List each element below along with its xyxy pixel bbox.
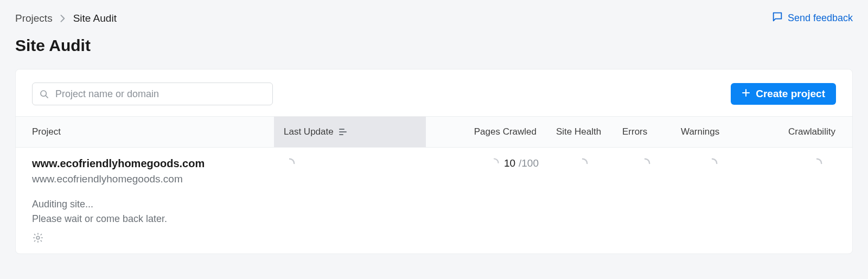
status-line-2: Please wait or come back later.: [32, 212, 258, 226]
table-header: Project Last Update Pages Crawled Site H…: [16, 116, 852, 148]
spinner-icon: [639, 157, 651, 169]
svg-point-0: [41, 91, 46, 96]
col-last-update[interactable]: Last Update: [274, 117, 426, 147]
col-warnings[interactable]: Warnings: [674, 126, 750, 137]
project-name[interactable]: www.ecofriendlyhomegoods.com: [32, 157, 258, 170]
table-row: www.ecofriendlyhomegoods.com www.ecofrie…: [16, 148, 852, 253]
col-site-health[interactable]: Site Health: [550, 126, 616, 137]
sort-icon: [339, 128, 348, 136]
plus-icon: [742, 88, 750, 100]
chat-icon: [771, 11, 783, 26]
col-last-update-label: Last Update: [284, 126, 334, 137]
col-pages-crawled[interactable]: Pages Crawled: [426, 126, 550, 137]
col-crawlability[interactable]: Crawlability: [750, 126, 852, 137]
send-feedback-link[interactable]: Send feedback: [771, 11, 853, 26]
breadcrumb-current: Site Audit: [73, 12, 117, 24]
create-project-label: Create project: [756, 88, 825, 100]
status-line-1: Auditing site...: [32, 197, 258, 212]
breadcrumb-projects[interactable]: Projects: [15, 12, 53, 24]
gear-icon: [32, 236, 44, 245]
spinner-icon: [577, 157, 589, 169]
pages-total: /100: [519, 157, 539, 169]
create-project-button[interactable]: Create project: [731, 83, 836, 105]
project-status: Auditing site... Please wait or come bac…: [32, 197, 258, 226]
col-errors[interactable]: Errors: [616, 126, 674, 137]
search-wrap: [32, 83, 273, 105]
spinner-icon: [284, 157, 296, 169]
svg-line-1: [46, 96, 48, 98]
send-feedback-label: Send feedback: [788, 12, 853, 24]
col-project[interactable]: Project: [16, 126, 274, 137]
settings-button[interactable]: [32, 232, 258, 246]
projects-card: Create project Project Last Update Pages…: [15, 69, 853, 254]
project-domain: www.ecofriendlyhomegoods.com: [32, 173, 258, 185]
svg-point-5: [36, 236, 40, 239]
pages-done: 10: [504, 157, 515, 169]
spinner-icon: [706, 157, 718, 169]
spinner-icon: [811, 157, 823, 169]
chevron-right-icon: [60, 15, 66, 22]
page-title: Site Audit: [15, 36, 853, 55]
breadcrumb: Projects Site Audit: [15, 12, 117, 24]
search-input[interactable]: [32, 83, 273, 105]
spinner-icon: [489, 157, 501, 169]
